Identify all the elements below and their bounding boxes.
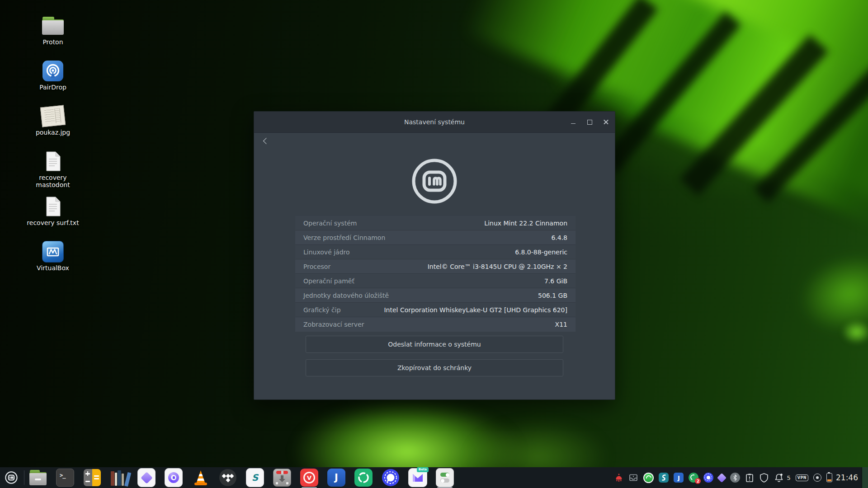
maximize-icon	[587, 120, 592, 125]
show-desktop-strip[interactable]	[862, 467, 868, 488]
system-settings-window: Nastavení systému Operační systémLinux M…	[254, 111, 615, 400]
window-controls	[569, 112, 610, 132]
minimize-icon	[571, 123, 576, 124]
launcher-icons: >_	[29, 469, 454, 487]
desktop-icon-label: PairDrop	[39, 84, 66, 91]
desktop-icon-virtualbox[interactable]: VirtualBox	[26, 241, 80, 286]
calculator-icon	[84, 469, 101, 486]
back-button[interactable]	[260, 135, 272, 147]
signal-launcher[interactable]	[382, 469, 400, 487]
calibre-launcher[interactable]	[110, 469, 128, 487]
download-icon	[273, 469, 291, 487]
close-button[interactable]	[601, 117, 610, 127]
surfshark-tray-icon[interactable]	[659, 473, 669, 483]
desktop-icons: Proton PairDrop poukaz.jpg	[26, 15, 80, 286]
system-info-table: Operační systémLinux Mint 22.2 Cinnamon …	[295, 216, 576, 332]
battery-tray-icon[interactable]	[826, 473, 832, 482]
system-reports-tray-icon[interactable]	[614, 473, 623, 482]
desktop-icon-label: recovery surf.txt	[27, 219, 79, 226]
taskbar-panel: >_	[0, 467, 868, 488]
folder-icon	[41, 15, 65, 36]
mint-menu-button[interactable]	[4, 470, 19, 485]
desktop-icon-poukaz[interactable]: poukaz.jpg	[26, 106, 80, 151]
notifications-tray-icon[interactable]	[774, 473, 784, 483]
panel-separator	[24, 470, 24, 485]
download-manager-launcher[interactable]	[273, 469, 291, 487]
info-row-os: Operační systémLinux Mint 22.2 Cinnamon	[295, 216, 576, 230]
window-title: Nastavení systému	[404, 118, 465, 126]
photo-thumbnail-icon	[41, 106, 65, 127]
titlebar[interactable]: Nastavení systému	[254, 112, 615, 133]
lock-ring-icon	[165, 468, 183, 487]
desktop-icon-label: poukaz.jpg	[36, 129, 70, 136]
toggles-icon	[436, 468, 454, 487]
bluetooth-tray-icon[interactable]	[730, 473, 740, 483]
desktop-icon-label: VirtualBox	[37, 264, 69, 272]
terminal-launcher[interactable]: >_	[56, 469, 74, 487]
calculator-launcher[interactable]	[83, 469, 101, 487]
virtualbox-icon	[41, 241, 65, 262]
desktop-icon-proton[interactable]: Proton	[26, 15, 80, 61]
proton-mail-launcher[interactable]: Beta	[409, 469, 427, 487]
purple-diamond-icon	[137, 468, 156, 487]
chevron-left-icon	[263, 138, 269, 144]
info-row-kernel: Linuxové jádro6.8.0-88-generic	[295, 245, 576, 259]
vlc-launcher[interactable]	[192, 469, 210, 487]
notification-count: 5	[787, 474, 790, 481]
clock[interactable]: 21:46	[836, 473, 858, 482]
books-icon	[111, 469, 128, 486]
info-row-memory: Operační paměť7.6 GiB	[295, 274, 576, 288]
info-row-storage: Jednotky datového úložiště506.1 GB	[295, 288, 576, 303]
maximize-button[interactable]	[585, 117, 594, 127]
messenger-tray-icon[interactable]	[643, 473, 654, 483]
sync-messenger-launcher[interactable]	[354, 469, 373, 487]
clipboard-tray-icon[interactable]	[745, 473, 754, 483]
info-row-graphics: Grafický čipIntel Corporation WhiskeyLak…	[295, 303, 576, 317]
info-row-cinnamon-version: Verze prostředí Cinnamon6.4.8	[295, 230, 576, 245]
desktop-icon-recovery-surf[interactable]: recovery surf.txt	[26, 196, 80, 241]
minimize-button[interactable]	[569, 117, 578, 127]
inbox-tray-icon[interactable]	[628, 473, 638, 483]
text-document-icon	[41, 196, 65, 217]
wallpaper-right-dot	[836, 316, 868, 348]
proton-drive-tray-icon[interactable]	[718, 474, 725, 481]
info-row-processor: ProcesorIntel© Core™ i3-8145U CPU @ 2.10…	[295, 259, 576, 274]
vpn-tray-icon[interactable]: VPN	[796, 474, 808, 481]
folder-icon	[29, 470, 47, 485]
proton-pass-launcher[interactable]	[165, 469, 183, 487]
send-system-info-button[interactable]: Odeslat informace o systému	[306, 336, 563, 353]
circular-arrows-icon	[354, 469, 373, 487]
linux-mint-logo-icon	[410, 156, 459, 206]
desktop-icon-label: recovery mastodont	[26, 174, 80, 188]
mint-menu-icon	[5, 471, 18, 484]
joplin-tray-icon[interactable]: J	[674, 473, 684, 483]
joplin-launcher[interactable]: J	[327, 469, 345, 487]
desktop: Proton PairDrop poukaz.jpg	[0, 0, 868, 488]
file-manager-launcher[interactable]	[29, 469, 47, 487]
vivaldi-launcher[interactable]: V	[300, 469, 318, 487]
desktop-icon-recovery-mastodont[interactable]: recovery mastodont	[26, 151, 80, 196]
wallpaper-dark-slash	[600, 12, 741, 174]
mail-unread-tray-icon[interactable]: 2	[689, 473, 698, 483]
system-settings-launcher[interactable]	[436, 469, 454, 487]
unread-count-badge: 2	[695, 478, 701, 484]
copy-to-clipboard-button[interactable]: Zkopírovat do schránky	[306, 359, 563, 376]
proton-drive-launcher[interactable]	[137, 469, 156, 487]
info-row-display-server: Zobrazovací serverX11	[295, 317, 576, 332]
proton-mail-icon: Beta	[408, 468, 427, 487]
firewall-shield-tray-icon[interactable]	[759, 473, 769, 483]
desktop-icon-pairdrop[interactable]: PairDrop	[26, 61, 80, 106]
system-tray: J 2	[614, 473, 832, 483]
pairdrop-icon	[41, 61, 65, 81]
vivaldi-icon: V	[300, 469, 318, 487]
traffic-cone-icon	[192, 469, 210, 487]
beta-badge: Beta	[417, 467, 429, 472]
wallpaper-dark-slash	[679, 34, 828, 196]
signal-tray-icon[interactable]	[703, 473, 713, 483]
text-document-icon	[41, 151, 65, 172]
tidal-launcher[interactable]	[219, 469, 237, 487]
record-tray-icon[interactable]	[813, 474, 821, 482]
wallpaper-right-glow	[772, 229, 868, 358]
surfshark-launcher[interactable]: S	[246, 469, 264, 487]
terminal-prompt-glyph: >_	[60, 472, 65, 479]
